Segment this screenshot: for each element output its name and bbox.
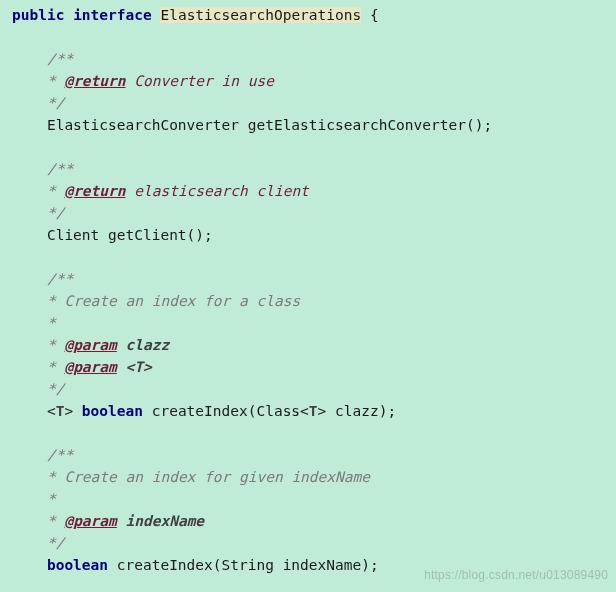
javadoc-star: *	[38, 491, 55, 507]
sig-token: boolean	[47, 557, 108, 573]
keyword-public: public	[12, 7, 64, 23]
sig-token: boolean	[82, 403, 143, 419]
javadoc-star: *	[38, 183, 64, 199]
javadoc-tag: @return	[64, 183, 125, 199]
keyword-interface: interface	[73, 7, 152, 23]
javadoc-tag-text: elasticsearch client	[126, 183, 309, 199]
javadoc-tag: @param	[64, 359, 116, 375]
javadoc-open: /**	[47, 447, 73, 463]
javadoc-param: clazz	[117, 337, 169, 353]
javadoc-star: *	[38, 469, 64, 485]
interface-name: ElasticsearchOperations	[160, 7, 361, 23]
sig-token: <	[47, 403, 56, 419]
javadoc-desc: Create an index for given indexName	[64, 469, 370, 485]
javadoc-close: */	[38, 381, 64, 397]
javadoc-tag: @param	[64, 337, 116, 353]
javadoc-star: *	[38, 73, 64, 89]
javadoc-open: /**	[47, 271, 73, 287]
sig-token: Client	[47, 227, 108, 243]
sig-token: T	[309, 403, 318, 419]
javadoc-desc: Create an index for a class	[64, 293, 300, 309]
sig-token: ElasticsearchConverter	[47, 117, 248, 133]
javadoc-tag: @param	[64, 513, 116, 529]
javadoc-close: */	[38, 95, 64, 111]
javadoc-close: */	[38, 535, 64, 551]
sig-token: createIndex(String indexName);	[108, 557, 379, 573]
sig-token: getClient();	[108, 227, 213, 243]
javadoc-star: *	[38, 513, 64, 529]
open-brace: {	[370, 7, 379, 23]
javadoc-tag-text: Converter in use	[126, 73, 274, 89]
javadoc-open: /**	[47, 161, 73, 177]
javadoc-open: /**	[47, 51, 73, 67]
sig-token: getElasticsearchConverter();	[248, 117, 492, 133]
javadoc-star: *	[38, 337, 64, 353]
sig-token: createIndex(Class<	[143, 403, 309, 419]
javadoc-close: */	[38, 205, 64, 221]
code-block: public interface ElasticsearchOperations…	[0, 0, 616, 576]
javadoc-param: <T>	[117, 359, 152, 375]
sig-token: >	[64, 403, 81, 419]
watermark: https://blog.csdn.net/u013089490	[424, 564, 608, 586]
javadoc-star: *	[38, 359, 64, 375]
javadoc-star: *	[38, 293, 64, 309]
javadoc-star: *	[38, 315, 55, 331]
sig-token: > clazz);	[318, 403, 397, 419]
javadoc-tag: @return	[64, 73, 125, 89]
javadoc-param: indexName	[117, 513, 204, 529]
